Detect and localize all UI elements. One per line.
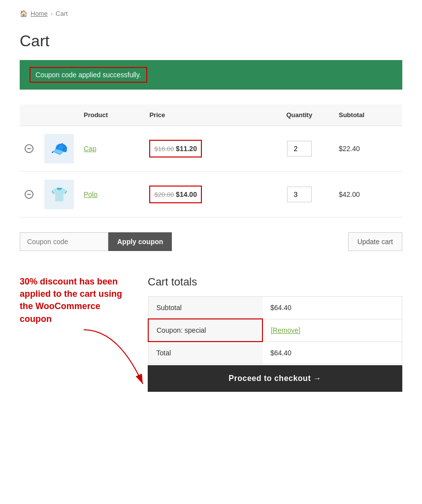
coupon-remove-link[interactable]: [Remove] (262, 319, 402, 342)
col-price: Price (144, 104, 264, 126)
page-title: Cart (20, 32, 402, 50)
price-original-1: $16.00 (154, 145, 174, 153)
price-cell: $16.00 $11.20 (144, 126, 264, 172)
update-cart-button[interactable]: Update cart (348, 232, 402, 251)
apply-coupon-button[interactable]: Apply coupon (108, 232, 172, 251)
product-name-cell: Polo (79, 172, 144, 218)
success-message-text: Coupon code applied successfully. (35, 71, 141, 79)
remove-button-1[interactable] (25, 144, 33, 153)
product-image-2: 👕 (44, 180, 74, 209)
table-row: 🧢 Cap $16.00 $11.20 $22.40 (20, 126, 402, 172)
breadcrumb: 🏠 Home › Cart (20, 10, 402, 17)
success-banner: Coupon code applied successfully. (20, 60, 402, 90)
cart-totals-title: Cart totals (148, 276, 402, 288)
coupon-row: Apply coupon Update cart (20, 227, 402, 256)
price-highlight-1: $16.00 $11.20 (149, 140, 201, 158)
annotation-text: 30% discount has been applied to the car… (20, 276, 128, 325)
quantity-cell (265, 172, 334, 218)
price-discounted-1: $11.20 (176, 145, 197, 153)
breadcrumb-separator: › (51, 10, 53, 17)
col-quantity: Quantity (265, 104, 334, 126)
totals-coupon-row: Coupon: special [Remove] (148, 319, 402, 342)
col-product: Product (79, 104, 144, 126)
product-image-cell: 👕 (39, 172, 79, 218)
product-link-2[interactable]: Polo (84, 190, 97, 198)
checkout-button[interactable]: Proceed to checkout → (148, 365, 402, 392)
subtotal-value-1: $22.40 (339, 145, 360, 153)
annotation-area: 30% discount has been applied to the car… (20, 276, 402, 392)
cart-totals: Cart totals Subtotal $64.40 Coupon: spec… (148, 276, 402, 392)
total-value: $64.40 (262, 342, 402, 364)
quantity-input-1[interactable] (287, 141, 312, 157)
product-name-cell: Cap (79, 126, 144, 172)
col-remove (20, 104, 39, 126)
col-image (39, 104, 79, 126)
price-highlight-2: $20.00 $14.00 (149, 186, 201, 203)
product-link-1[interactable]: Cap (84, 145, 97, 153)
quantity-cell (265, 126, 334, 172)
home-icon: 🏠 (20, 10, 28, 17)
success-message-box: Coupon code applied successfully. (30, 67, 147, 83)
cart-table: Product Price Quantity Subtotal 🧢 Cap (20, 104, 402, 218)
subtotal-value-2: $42.00 (339, 190, 360, 198)
coupon-left: Apply coupon (20, 232, 172, 251)
quantity-input-2[interactable] (287, 187, 312, 202)
coupon-input[interactable] (20, 232, 108, 251)
remove-cell (20, 126, 39, 172)
subtotal-cell: $42.00 (334, 172, 402, 218)
price-discounted-2: $14.00 (176, 190, 197, 198)
totals-table: Subtotal $64.40 Coupon: special [Remove]… (148, 296, 402, 364)
remove-cell (20, 172, 39, 218)
price-cell: $20.00 $14.00 (144, 172, 264, 218)
totals-total-row: Total $64.40 (148, 342, 402, 364)
product-image-1: 🧢 (44, 134, 74, 163)
col-subtotal: Subtotal (334, 104, 402, 126)
subtotal-cell: $22.40 (334, 126, 402, 172)
subtotal-label: Subtotal (148, 297, 262, 319)
breadcrumb-home[interactable]: Home (31, 10, 48, 17)
breadcrumb-current: Cart (56, 10, 68, 17)
table-row: 👕 Polo $20.00 $14.00 $42.00 (20, 172, 402, 218)
price-original-2: $20.00 (154, 191, 174, 198)
remove-button-2[interactable] (25, 190, 33, 199)
subtotal-value: $64.40 (262, 297, 402, 319)
totals-subtotal-row: Subtotal $64.40 (148, 297, 402, 319)
annotation-arrow (79, 325, 177, 404)
remove-coupon-link[interactable]: [Remove] (271, 326, 300, 334)
product-image-cell: 🧢 (39, 126, 79, 172)
